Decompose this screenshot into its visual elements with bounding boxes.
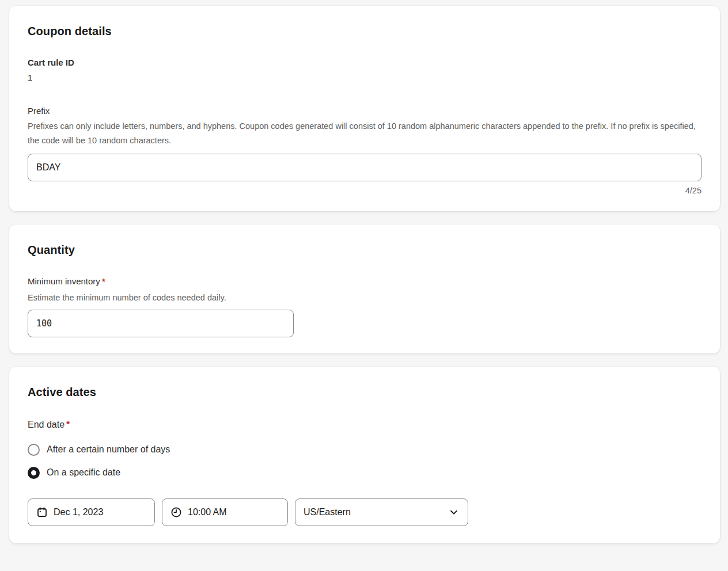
minimum-inventory-label: Minimum inventory*: [28, 275, 702, 288]
end-date-field: End date* After a certain number of days…: [28, 418, 702, 526]
card-title-coupon-details: Coupon details: [28, 23, 702, 39]
radio-option-after-days[interactable]: After a certain number of days: [28, 438, 702, 461]
end-date-timezone-value: US/Eastern: [304, 507, 351, 517]
end-date-label: End date*: [28, 418, 702, 431]
radio-option-after-days-label: After a certain number of days: [47, 443, 170, 456]
prefix-label: Prefix: [28, 105, 702, 117]
chevron-down-icon: [448, 507, 460, 518]
end-date-time-picker[interactable]: 10:00 AM: [162, 498, 288, 526]
end-date-date-value: Dec 1, 2023: [54, 507, 103, 517]
prefix-field: Prefix Prefixes can only include letters…: [28, 105, 702, 195]
page-background: { "colors": { "background": "#f6f6f7", "…: [0, 0, 728, 571]
coupon-details-card: Coupon details Cart rule ID 1 Prefix Pre…: [9, 6, 720, 211]
minimum-inventory-input[interactable]: [28, 310, 294, 337]
radio-option-specific-date-label: On a specific date: [47, 466, 120, 479]
cart-rule-id-label: Cart rule ID: [28, 56, 702, 69]
cart-rule-id-value: 1: [28, 71, 702, 84]
card-title-quantity: Quantity: [28, 242, 702, 258]
end-date-label-text: End date: [28, 420, 65, 429]
calendar-icon: [36, 507, 48, 518]
prefix-char-counter: 4/25: [28, 186, 702, 195]
cart-rule-id-field: Cart rule ID 1: [28, 56, 702, 84]
end-date-time-value: 10:00 AM: [188, 507, 227, 517]
radio-button-icon[interactable]: [28, 467, 40, 479]
prefix-description: Prefixes can only include letters, numbe…: [28, 119, 702, 148]
minimum-inventory-label-text: Minimum inventory: [28, 276, 100, 286]
quantity-card: Quantity Minimum inventory* Estimate the…: [9, 224, 720, 353]
radio-button-icon[interactable]: [28, 444, 40, 456]
required-asterisk: *: [102, 276, 105, 286]
card-title-active-dates: Active dates: [28, 384, 702, 400]
clock-icon: [170, 507, 182, 518]
required-asterisk: *: [66, 420, 70, 429]
radio-option-specific-date[interactable]: On a specific date: [28, 461, 702, 484]
end-date-timezone-select[interactable]: US/Eastern: [295, 498, 468, 526]
end-date-radio-group: After a certain number of days On a spec…: [28, 438, 702, 484]
end-date-date-picker[interactable]: Dec 1, 2023: [28, 498, 155, 526]
minimum-inventory-description: Estimate the minimum number of codes nee…: [28, 292, 702, 304]
datetime-picker-row: Dec 1, 2023 10:00 AM US/Eastern: [28, 498, 702, 526]
active-dates-card: Active dates End date* After a certain n…: [9, 367, 720, 543]
minimum-inventory-field: Minimum inventory* Estimate the minimum …: [28, 275, 702, 337]
prefix-input[interactable]: [28, 154, 702, 181]
